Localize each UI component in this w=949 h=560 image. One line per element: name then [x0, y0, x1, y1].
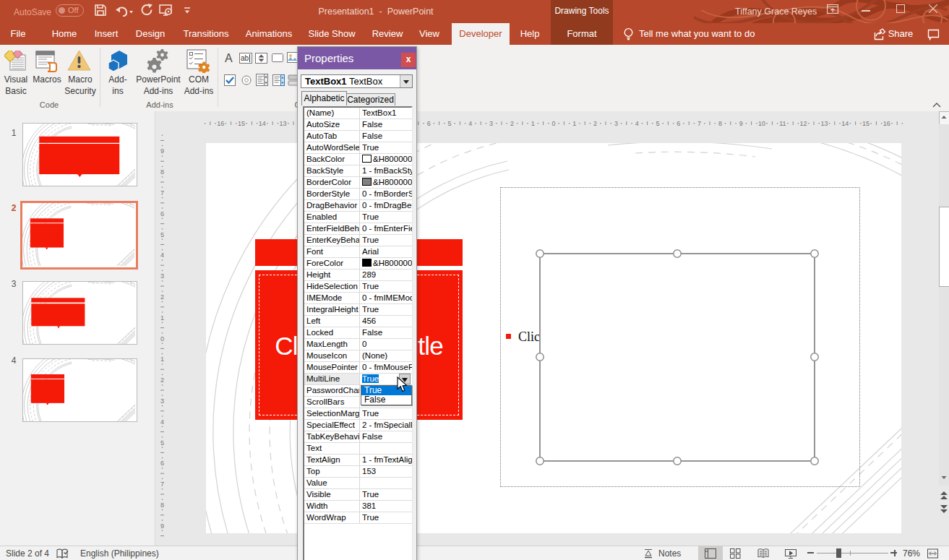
svg-text:11: 11: [779, 120, 786, 127]
svg-text:8: 8: [718, 120, 722, 127]
svg-text:3: 3: [489, 120, 493, 127]
svg-text:0: 0: [160, 335, 164, 343]
svg-text:10: 10: [758, 120, 765, 127]
svg-text:5: 5: [160, 439, 164, 447]
svg-text:6: 6: [160, 210, 164, 217]
svg-text:1: 1: [160, 314, 164, 322]
svg-text:16: 16: [883, 120, 890, 127]
svg-text:ab: ab: [241, 54, 249, 62]
svg-text:7: 7: [160, 189, 164, 197]
svg-text:1: 1: [531, 120, 535, 127]
svg-text:9: 9: [160, 147, 164, 155]
svg-text:4: 4: [160, 251, 164, 259]
svg-text:0: 0: [551, 120, 555, 127]
svg-text:4: 4: [160, 418, 164, 426]
svg-text:2: 2: [160, 293, 164, 301]
svg-text:13: 13: [280, 120, 287, 127]
svg-text:9: 9: [160, 522, 164, 530]
svg-text:3: 3: [160, 397, 164, 405]
svg-text:5: 5: [447, 120, 451, 127]
svg-text:7: 7: [160, 481, 164, 488]
svg-text:14: 14: [841, 120, 849, 127]
svg-text:15: 15: [238, 120, 245, 127]
svg-text:1: 1: [160, 356, 164, 363]
svg-text:6: 6: [677, 120, 680, 127]
svg-text:13: 13: [820, 120, 828, 127]
svg-text:6: 6: [160, 460, 164, 467]
svg-text:1: 1: [572, 120, 576, 127]
svg-text:15: 15: [862, 120, 869, 127]
svg-text:4: 4: [635, 120, 639, 127]
svg-text:5: 5: [656, 120, 659, 127]
svg-text:8: 8: [160, 501, 164, 509]
svg-text:2: 2: [593, 120, 597, 127]
svg-text:16: 16: [217, 120, 224, 127]
svg-text:14: 14: [259, 120, 266, 127]
svg-text:2: 2: [160, 376, 164, 384]
svg-text:6: 6: [427, 120, 431, 127]
svg-text:8: 8: [160, 168, 164, 176]
svg-text:3: 3: [614, 120, 618, 127]
svg-text:5: 5: [160, 231, 164, 238]
svg-text:7: 7: [697, 120, 701, 127]
svg-text:2: 2: [510, 120, 514, 127]
svg-text:9: 9: [739, 120, 743, 127]
svg-text:4: 4: [468, 120, 472, 127]
svg-text:3: 3: [160, 272, 164, 280]
svg-text:12: 12: [800, 120, 807, 127]
